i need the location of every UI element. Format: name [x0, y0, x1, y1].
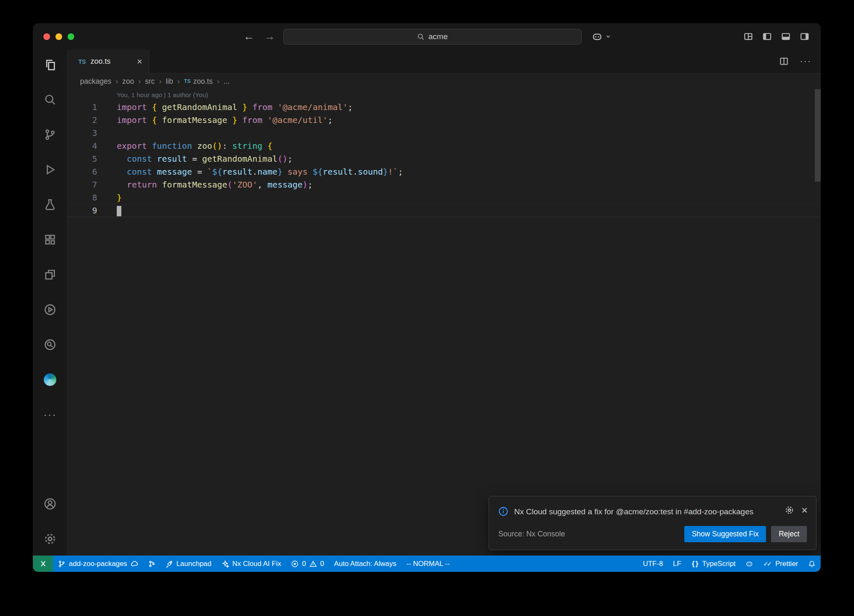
- explorer-icon[interactable]: [39, 54, 61, 75]
- zoom-window-button[interactable]: [68, 33, 74, 40]
- split-editor-icon[interactable]: [779, 56, 789, 66]
- command-center-search[interactable]: acme: [283, 29, 582, 45]
- auto-attach-status[interactable]: Auto Attach: Always: [329, 556, 401, 572]
- status-bar: add-zoo-packages Launchpad Nx Cloud AI F…: [33, 556, 821, 572]
- warnings-icon: [309, 560, 317, 568]
- breadcrumb-separator-icon: ›: [159, 77, 161, 86]
- code-line[interactable]: 5 const result = getRandomAnimal();: [68, 153, 821, 165]
- breadcrumb-item[interactable]: TSzoo.ts: [184, 77, 213, 86]
- extensions-icon[interactable]: [39, 229, 61, 250]
- double-check-icon: ✓✓: [763, 560, 772, 568]
- remote-explorer-icon[interactable]: [39, 264, 61, 285]
- line-number: 5: [68, 153, 104, 165]
- toggle-panel-right-icon[interactable]: [799, 31, 810, 42]
- code-line[interactable]: 2import { formatMessage } from '@acme/ut…: [68, 114, 821, 127]
- encoding-status[interactable]: UTF-8: [638, 556, 668, 572]
- close-window-button[interactable]: [43, 33, 50, 40]
- chevron-down-icon: [605, 33, 611, 40]
- search-value: acme: [428, 32, 447, 41]
- branch-status[interactable]: add-zoo-packages: [53, 556, 143, 572]
- code-lines: 1import { getRandomAnimal } from '@acme/…: [68, 101, 821, 217]
- problems-status[interactable]: 0 0: [286, 556, 329, 572]
- copilot-status[interactable]: [741, 556, 758, 572]
- code-line[interactable]: 4export function zoo(): string {: [68, 140, 821, 153]
- line-number: 6: [68, 165, 104, 178]
- breadcrumb-item[interactable]: lib: [166, 77, 173, 86]
- main-area: ··· TS zoo.ts × ··· packages: [33, 50, 821, 556]
- tab-bar: TS zoo.ts × ···: [68, 50, 821, 73]
- copilot-icon: [592, 31, 603, 42]
- search-sidebar-icon[interactable]: [39, 89, 61, 110]
- code-line[interactable]: 7 return formatMessage('ZOO', message);: [68, 178, 821, 191]
- copilot-status-icon: [746, 560, 753, 568]
- code-line[interactable]: 9: [68, 204, 821, 217]
- testing-beaker-icon[interactable]: [39, 194, 61, 215]
- search-icon: [417, 33, 424, 40]
- breadcrumb-separator-icon: ›: [138, 77, 141, 86]
- layout-controls: [743, 23, 810, 50]
- window-controls: [43, 23, 74, 50]
- source-control-icon[interactable]: [39, 124, 61, 145]
- notification-close-icon[interactable]: ×: [801, 505, 808, 516]
- close-tab-icon[interactable]: ×: [137, 57, 142, 66]
- launchpad-status[interactable]: Launchpad: [161, 556, 216, 572]
- toggle-panel-bottom-icon[interactable]: [781, 31, 791, 42]
- source-control-graph-status[interactable]: [143, 556, 161, 572]
- accounts-icon[interactable]: [39, 493, 61, 515]
- code-line[interactable]: 8}: [68, 191, 821, 204]
- remote-indicator[interactable]: [33, 556, 53, 572]
- line-number: 2: [68, 114, 104, 127]
- tab-zoo-ts[interactable]: TS zoo.ts ×: [68, 50, 149, 73]
- code-line[interactable]: 3: [68, 127, 821, 140]
- prettier-status[interactable]: ✓✓ Prettier: [758, 556, 803, 572]
- launchpad-label: Launchpad: [176, 560, 211, 568]
- breadcrumb-separator-icon: ›: [177, 77, 180, 86]
- line-number: 8: [68, 191, 104, 204]
- error-count: 0: [302, 560, 306, 568]
- play-circle-icon[interactable]: [39, 299, 61, 321]
- vim-mode-status[interactable]: -- NORMAL --: [401, 556, 455, 572]
- code-editor[interactable]: You, 1 hour ago | 1 author (You) 1import…: [68, 89, 821, 556]
- tab-label: zoo.ts: [90, 57, 111, 66]
- editor-scrollbar[interactable]: [815, 89, 821, 182]
- edge-browser-icon[interactable]: [39, 369, 61, 391]
- back-arrow-icon[interactable]: ←: [244, 30, 254, 43]
- show-suggested-fix-button[interactable]: Show Suggested Fix: [684, 526, 766, 542]
- editor-actions: ···: [779, 50, 811, 73]
- breadcrumb-item[interactable]: zoo: [122, 77, 134, 86]
- code-line[interactable]: 6 const message = `${result.name} says $…: [68, 165, 821, 178]
- typescript-file-icon: TS: [184, 78, 191, 84]
- search-circle-icon[interactable]: [39, 334, 61, 356]
- more-views-icon[interactable]: ···: [39, 404, 61, 426]
- remote-icon: [39, 560, 47, 568]
- customize-layout-icon[interactable]: [743, 31, 754, 42]
- forward-arrow-icon[interactable]: →: [264, 30, 275, 43]
- more-actions-icon[interactable]: ···: [800, 56, 811, 67]
- notification-message: Nx Cloud suggested a fix for @acme/zoo:t…: [514, 506, 794, 518]
- notifications-bell[interactable]: [803, 556, 821, 572]
- line-number: 9: [68, 204, 104, 217]
- breadcrumb-item[interactable]: src: [145, 77, 155, 86]
- settings-gear-icon[interactable]: [39, 528, 61, 550]
- language-status[interactable]: {} TypeScript: [686, 556, 741, 572]
- ai-sparkle-icon: [221, 560, 229, 568]
- breadcrumb-item[interactable]: packages: [80, 77, 111, 86]
- reject-button[interactable]: Reject: [771, 526, 807, 542]
- minimize-window-button[interactable]: [55, 33, 62, 40]
- breadcrumb-item[interactable]: ...: [224, 77, 230, 86]
- breadcrumb-separator-icon: ›: [116, 77, 118, 86]
- nx-cloud-ai-fix-status[interactable]: Nx Cloud AI Fix: [216, 556, 286, 572]
- git-branch-icon: [58, 560, 65, 568]
- launchpad-rocket-icon: [166, 560, 173, 568]
- history-nav: ← →: [244, 23, 275, 50]
- typescript-file-icon: TS: [78, 58, 86, 65]
- copilot-menu[interactable]: [592, 23, 611, 50]
- run-debug-icon[interactable]: [39, 159, 61, 180]
- toggle-panel-left-icon[interactable]: [762, 31, 772, 42]
- notification-settings-gear-icon[interactable]: [785, 506, 794, 515]
- vscode-window: ← → acme: [33, 23, 821, 572]
- notification-source: Source: Nx Console: [498, 530, 565, 538]
- code-line[interactable]: 1import { getRandomAnimal } from '@acme/…: [68, 101, 821, 114]
- eol-status[interactable]: LF: [668, 556, 686, 572]
- info-icon: [498, 506, 508, 516]
